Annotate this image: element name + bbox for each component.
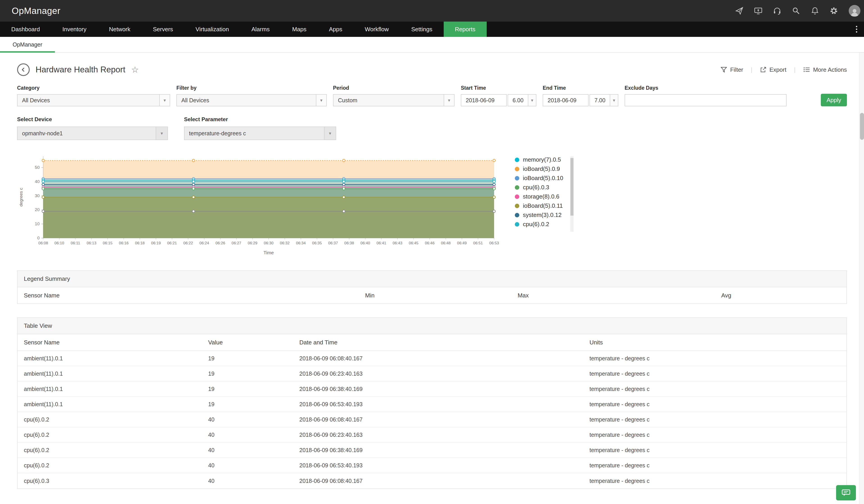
- apply-button[interactable]: Apply: [821, 94, 847, 106]
- svg-text:50: 50: [35, 165, 40, 170]
- svg-text:06:49: 06:49: [457, 241, 467, 245]
- start-date-input[interactable]: 2018-06-09: [461, 94, 507, 106]
- table-cell: 2018-06-09 06:38:40.169: [299, 386, 589, 392]
- chat-widget-button[interactable]: [836, 485, 856, 501]
- category-select[interactable]: All Devices ▾: [17, 94, 170, 106]
- table-row: cpu(6).0.2402018-06-09 06:08:40.167tempe…: [17, 412, 847, 427]
- back-button[interactable]: [17, 63, 30, 76]
- nav-item-dashboard[interactable]: Dashboard: [0, 22, 51, 37]
- device-select[interactable]: opmanhv-node1 ▾: [17, 126, 168, 140]
- table-cell: ambient(11).0.1: [17, 355, 208, 362]
- nav-item-alarms[interactable]: Alarms: [240, 22, 281, 37]
- legend-item[interactable]: cpu(6).0.3: [515, 184, 563, 191]
- period-value: Custom: [334, 97, 444, 103]
- export-button[interactable]: Export: [760, 66, 787, 73]
- legend-item[interactable]: storage(8).0.6: [515, 193, 563, 200]
- search-icon[interactable]: [792, 7, 800, 15]
- user-avatar-icon[interactable]: [849, 5, 861, 17]
- legend-item[interactable]: ioBoard(5).0.11: [515, 202, 563, 209]
- table-cell: 2018-06-09 06:08:40.167: [299, 416, 589, 423]
- svg-text:06:38: 06:38: [344, 241, 354, 245]
- headset-icon[interactable]: [773, 7, 781, 15]
- svg-text:0: 0: [37, 236, 40, 240]
- svg-text:06:11: 06:11: [71, 241, 80, 245]
- start-time-select[interactable]: 6.00 ▾: [507, 94, 536, 106]
- table-row: ambient(11).0.1192018-06-09 06:08:40.167…: [17, 351, 847, 366]
- svg-text:06:18: 06:18: [135, 241, 145, 245]
- chevron-down-icon: ▾: [159, 95, 170, 106]
- end-date-value: 2018-06-09: [543, 97, 588, 103]
- period-select[interactable]: Custom ▾: [333, 94, 455, 106]
- exclude-days-input[interactable]: [625, 94, 787, 106]
- more-actions-button[interactable]: More Actions: [803, 66, 847, 73]
- legend-dot: [515, 195, 519, 199]
- filter-button[interactable]: Filter: [721, 66, 743, 73]
- legend-summary-title: Legend Summary: [17, 271, 847, 287]
- nav-item-apps[interactable]: Apps: [318, 22, 353, 37]
- chat-widget-icon: [841, 489, 851, 496]
- nav-item-maps[interactable]: Maps: [281, 22, 318, 37]
- export-button-label: Export: [769, 66, 787, 73]
- legend-item[interactable]: cpu(6).0.2: [515, 221, 563, 228]
- nav-item-settings[interactable]: Settings: [400, 22, 444, 37]
- legend-dot: [515, 158, 519, 162]
- filter-button-label: Filter: [730, 66, 743, 73]
- chevron-down-icon: ▾: [156, 127, 167, 139]
- sub-tab-bar: OpManager: [0, 37, 864, 53]
- filter-by-select[interactable]: All Devices ▾: [176, 94, 327, 106]
- bell-icon[interactable]: [811, 7, 819, 15]
- table-cell: 40: [208, 432, 299, 438]
- table-cell: temperature - degrees c: [589, 416, 847, 423]
- table-cell: ambient(11).0.1: [17, 370, 208, 377]
- legend-summary-header: Sensor NameMinMaxAvg: [17, 287, 847, 304]
- exclude-days-label: Exclude Days: [625, 85, 787, 91]
- end-time-label: End Time: [543, 85, 618, 91]
- legend-item[interactable]: ioBoard(5).0.10: [515, 175, 563, 182]
- svg-text:30: 30: [35, 193, 40, 198]
- legend-item[interactable]: memory(7).0.5: [515, 156, 563, 163]
- table-cell: ambient(11).0.1: [17, 401, 208, 408]
- legend-item[interactable]: system(3).0.12: [515, 211, 563, 219]
- nav-item-virtualization[interactable]: Virtualization: [184, 22, 240, 37]
- nav-item-workflow[interactable]: Workflow: [353, 22, 400, 37]
- gear-icon[interactable]: [830, 7, 838, 15]
- svg-text:06:10: 06:10: [55, 241, 64, 245]
- end-date-input[interactable]: 2018-06-09: [543, 94, 589, 106]
- health-chart-svg: 0102030405006:0806:1006:1106:1306:1506:1…: [17, 152, 503, 257]
- parameter-value: temperature-degrees c: [184, 130, 324, 137]
- end-time-group: End Time 2018-06-09 7.00 ▾: [543, 85, 618, 106]
- legend-item[interactable]: ioBoard(5).0.9: [515, 165, 563, 172]
- start-date-value: 2018-06-09: [461, 97, 506, 103]
- legend-label: ioBoard(5).0.9: [523, 165, 560, 172]
- page-scrollbar-thumb[interactable]: [860, 113, 864, 140]
- legend-summary-section: Legend Summary Sensor NameMinMaxAvg: [17, 270, 847, 304]
- end-time-select[interactable]: 7.00 ▾: [589, 94, 618, 106]
- svg-text:20: 20: [35, 207, 40, 212]
- parameter-select[interactable]: temperature-degrees c ▾: [184, 126, 336, 140]
- nav-item-network[interactable]: Network: [98, 22, 142, 37]
- send-icon[interactable]: [735, 7, 743, 15]
- nav-item-reports[interactable]: Reports: [444, 22, 487, 37]
- report-content: Hardware Health Report ☆ Filter | Export…: [0, 63, 864, 489]
- svg-text:06:34: 06:34: [296, 241, 306, 245]
- nav-item-servers[interactable]: Servers: [142, 22, 184, 37]
- chevron-down-icon: ▾: [324, 127, 336, 139]
- table-cell: 2018-06-09 06:23:40.163: [299, 432, 589, 438]
- tab-opmanager[interactable]: OpManager: [0, 37, 55, 52]
- vertical-dots-icon[interactable]: [849, 22, 864, 37]
- svg-text:06:51: 06:51: [473, 241, 483, 245]
- table-row: cpu(6).0.3402018-06-09 06:08:40.167tempe…: [17, 473, 847, 489]
- table-cell: 40: [208, 416, 299, 423]
- favorite-star-icon[interactable]: ☆: [131, 65, 139, 75]
- svg-text:06:30: 06:30: [264, 241, 273, 245]
- nav-item-inventory[interactable]: Inventory: [51, 22, 98, 37]
- topbar-icon-group: [735, 5, 864, 17]
- nav-items: DashboardInventoryNetworkServersVirtuali…: [0, 22, 487, 37]
- legend-scrollbar-thumb[interactable]: [571, 158, 574, 216]
- legend-dot: [515, 222, 519, 226]
- table-cell: 40: [208, 478, 299, 484]
- filter-by-value: All Devices: [177, 97, 316, 103]
- screen-broadcast-icon[interactable]: [754, 7, 762, 15]
- svg-text:06:40: 06:40: [360, 241, 370, 245]
- table-row: cpu(6).0.2402018-06-09 06:38:40.169tempe…: [17, 443, 847, 458]
